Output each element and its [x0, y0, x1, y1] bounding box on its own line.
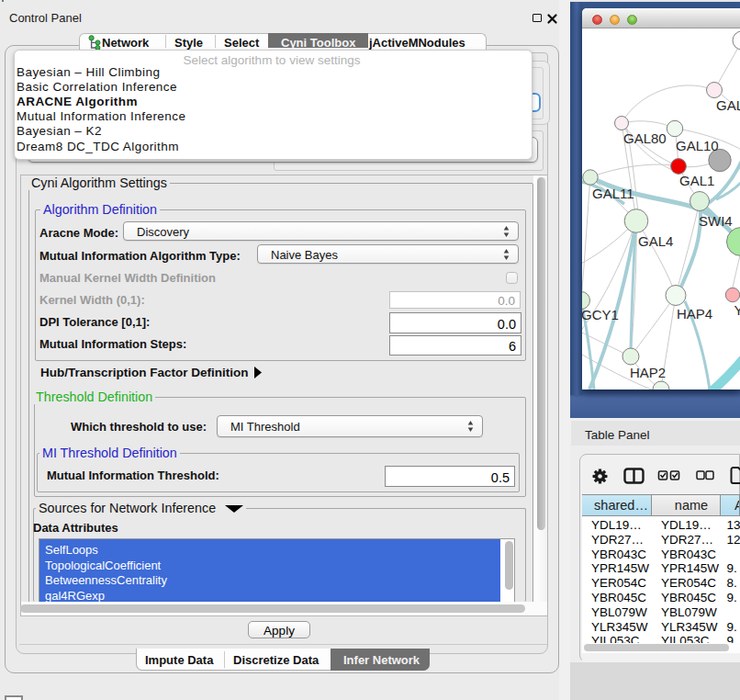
svg-text:GCY1: GCY1 — [582, 307, 619, 322]
svg-text:GAL11: GAL11 — [592, 186, 634, 201]
svg-text:GAL1: GAL1 — [679, 173, 714, 188]
svg-text:YJ: YJ — [734, 302, 740, 318]
svg-text:GAL2: GAL2 — [716, 97, 740, 113]
svg-text:HAP4: HAP4 — [677, 306, 712, 322]
svg-text:GAL4: GAL4 — [638, 233, 673, 249]
svg-text:HAP2: HAP2 — [630, 365, 666, 380]
svg-text:SWI4: SWI4 — [699, 213, 733, 229]
svg-text:GAL80: GAL80 — [623, 130, 667, 146]
svg-text:GAL10: GAL10 — [676, 138, 719, 153]
